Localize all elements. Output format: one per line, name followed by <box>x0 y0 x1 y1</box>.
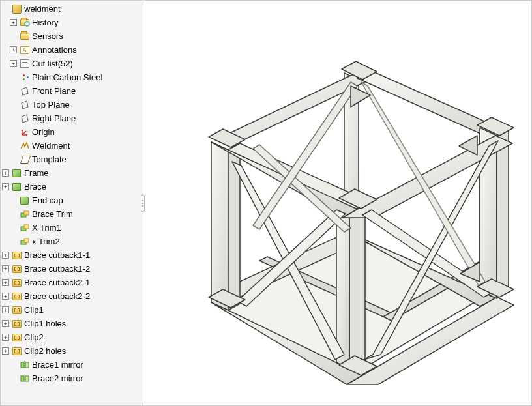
expand-toggle[interactable]: + <box>10 46 17 53</box>
tree-item-label: Brace cutback1-2 <box>24 264 90 274</box>
feat-icon <box>11 346 22 356</box>
feat-icon <box>11 278 22 288</box>
tree-item[interactable]: Top Plane <box>1 98 143 111</box>
svg-rect-9 <box>21 362 24 368</box>
expand-toggle[interactable]: + <box>2 320 9 327</box>
tree-item-label: Brace <box>24 182 46 192</box>
tree-item[interactable]: Sensors <box>1 29 143 43</box>
tree-item-label: Clip2 <box>24 332 44 342</box>
expand-toggle <box>10 142 17 149</box>
expand-toggle <box>10 156 17 163</box>
feat-icon <box>11 250 22 261</box>
tree-item[interactable]: Brace1 mirror <box>1 358 143 371</box>
body-icon <box>11 168 22 179</box>
tree-item-label: Sensors <box>32 31 63 41</box>
tree-item-label: Brace cutback2-2 <box>24 291 90 301</box>
expand-toggle <box>10 197 17 204</box>
tree-item-label: History <box>32 18 58 27</box>
expand-toggle[interactable]: + <box>10 60 17 67</box>
expand-toggle <box>10 33 17 40</box>
expand-toggle <box>10 210 17 218</box>
mirror-icon <box>19 373 30 384</box>
tree-item-label: Front Plane <box>32 86 76 96</box>
expand-toggle <box>10 87 17 94</box>
mirror-icon <box>19 360 30 370</box>
graphics-viewport[interactable] <box>143 1 531 405</box>
svg-rect-10 <box>25 362 29 368</box>
tree-item-label: Plain Carbon Steel <box>32 72 102 82</box>
tree-item[interactable]: +Cut list(52) <box>1 57 143 70</box>
folder-clock-icon <box>19 18 30 28</box>
tree-item[interactable]: +Brace cutback1-1 <box>1 248 143 262</box>
expand-toggle[interactable]: + <box>2 265 9 272</box>
tree-item[interactable]: +Brace cutback1-2 <box>1 262 143 276</box>
tree-root[interactable]: weldment <box>1 2 143 16</box>
tree-root-label: weldment <box>24 4 61 14</box>
expand-toggle[interactable]: + <box>2 252 9 259</box>
svg-rect-8 <box>24 239 29 242</box>
expand-toggle[interactable]: + <box>2 169 9 177</box>
tree-item[interactable]: +History <box>1 16 143 29</box>
tree-item[interactable]: +Brace <box>1 180 143 194</box>
svg-marker-1 <box>22 101 28 109</box>
feature-manager-tree[interactable]: weldment +HistorySensors+AAnnotations+Cu… <box>1 1 143 405</box>
tree-item[interactable]: X Trim1 <box>1 221 143 235</box>
tree-item-label: Right Plane <box>32 113 76 123</box>
expand-toggle[interactable]: + <box>2 293 9 300</box>
tree-item[interactable]: +Frame <box>1 166 143 180</box>
svg-rect-6 <box>24 225 29 229</box>
expand-toggle[interactable]: + <box>2 306 9 313</box>
expand-toggle <box>10 361 17 368</box>
expand-toggle <box>10 128 17 136</box>
tree-item[interactable]: Plain Carbon Steel <box>1 70 143 84</box>
tree-item-label: x Trim2 <box>32 237 60 246</box>
tree-item-label: X Trim1 <box>32 223 61 233</box>
expand-toggle[interactable]: + <box>2 347 9 355</box>
tree-item[interactable]: +Clip1 <box>1 303 143 317</box>
expand-toggle <box>2 5 9 12</box>
expand-toggle[interactable]: + <box>2 334 9 341</box>
tree-item-label: Top Plane <box>32 100 70 109</box>
plane-icon <box>19 113 30 124</box>
expand-toggle <box>10 74 17 81</box>
tree-item[interactable]: Right Plane <box>1 111 143 125</box>
expand-toggle[interactable]: + <box>10 19 17 26</box>
trim-icon <box>19 209 30 220</box>
tree-item[interactable]: Brace2 mirror <box>1 371 143 385</box>
weld-icon <box>19 141 30 151</box>
tree-item-label: End cap <box>32 196 63 205</box>
tree-item-label: Template <box>32 154 66 164</box>
anno-icon: A <box>19 45 30 55</box>
feat-icon <box>11 291 22 302</box>
tree-item-label: Brace2 mirror <box>32 373 83 383</box>
folder-icon <box>19 31 30 42</box>
material-icon <box>19 72 30 83</box>
feat-icon <box>11 332 22 343</box>
trim-icon <box>19 237 30 247</box>
tree-item[interactable]: Front Plane <box>1 84 143 98</box>
tree-item[interactable]: End cap <box>1 194 143 207</box>
expand-toggle[interactable]: + <box>2 279 9 286</box>
tree-item[interactable]: Weldment <box>1 139 143 152</box>
tree-item[interactable]: +Clip2 <box>1 330 143 344</box>
trim-icon <box>19 223 30 233</box>
weldment-model <box>155 21 520 386</box>
tree-item[interactable]: +Clip1 holes <box>1 317 143 330</box>
tree-item-label: Clip2 holes <box>24 346 66 356</box>
feat-icon <box>11 319 22 329</box>
tree-item-label: Brace cutback2-1 <box>24 278 90 287</box>
tree-item[interactable]: x Trim2 <box>1 235 143 248</box>
tree-item[interactable]: +Brace cutback2-1 <box>1 276 143 289</box>
tree-item[interactable]: +Brace cutback2-2 <box>1 289 143 303</box>
tree-item-label: Weldment <box>32 141 70 151</box>
svg-rect-4 <box>24 211 29 215</box>
tree-item-label: Brace1 mirror <box>32 360 83 370</box>
panel-splitter[interactable] <box>141 195 145 212</box>
tree-item[interactable]: +AAnnotations <box>1 43 143 57</box>
tree-item[interactable]: Template <box>1 152 143 166</box>
tree-item[interactable]: +Clip2 holes <box>1 344 143 358</box>
tree-item[interactable]: Brace Trim <box>1 207 143 221</box>
part-icon <box>11 4 22 14</box>
expand-toggle[interactable]: + <box>2 183 9 190</box>
tree-item[interactable]: Origin <box>1 125 143 139</box>
